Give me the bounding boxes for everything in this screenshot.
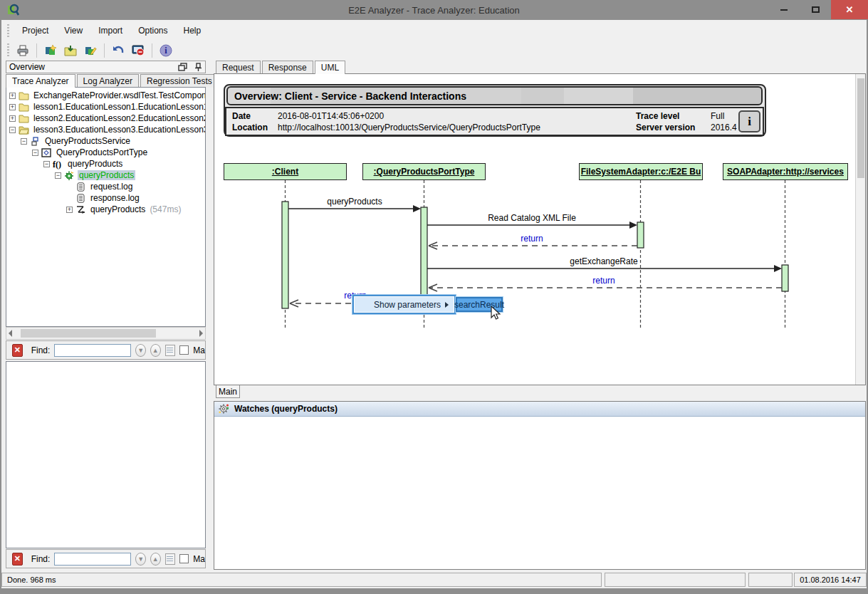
expand-icon[interactable]: + bbox=[9, 93, 16, 99]
menu-options[interactable]: Options bbox=[130, 22, 175, 39]
float-window-icon[interactable] bbox=[178, 63, 188, 71]
expand-icon[interactable]: + bbox=[66, 207, 73, 213]
find-next-icon[interactable]: ▼ bbox=[135, 344, 146, 357]
duration-badge: (547ms) bbox=[150, 204, 181, 214]
tree-row[interactable]: + lesson1.EducationLesson1.EducationLess… bbox=[6, 101, 205, 113]
match-case-checkbox[interactable] bbox=[179, 345, 189, 355]
menubar: Project View Import Options Help bbox=[1, 20, 867, 41]
collapse-icon[interactable]: − bbox=[9, 127, 16, 133]
menu-import[interactable]: Import bbox=[90, 22, 130, 39]
folder-icon bbox=[19, 91, 29, 100]
watches-title: Watches (queryProducts) bbox=[234, 404, 338, 414]
tree-horizontal-scrollbar[interactable] bbox=[6, 327, 206, 340]
close-find-icon[interactable]: ✕ bbox=[12, 553, 23, 566]
submenu-arrow-icon bbox=[445, 302, 449, 308]
tab-response[interactable]: Response bbox=[262, 61, 313, 74]
message-label[interactable]: queryProducts bbox=[327, 197, 382, 207]
lifeline-filesystemadapter[interactable]: FileSystemAdapter:c:/E2E Bu bbox=[579, 163, 703, 180]
expand-icon[interactable]: + bbox=[9, 115, 16, 122]
scrollbar-thumb[interactable] bbox=[857, 78, 864, 178]
close-find-icon[interactable]: ✕ bbox=[12, 344, 23, 357]
log-file-icon bbox=[75, 182, 86, 192]
message-label[interactable]: return bbox=[521, 234, 543, 244]
status-message: Done. 968 ms bbox=[1, 573, 602, 587]
find-previous-icon[interactable]: ▲ bbox=[150, 553, 161, 566]
toolbar: i bbox=[1, 41, 867, 60]
menu-project[interactable]: Project bbox=[14, 22, 56, 39]
find-options-icon[interactable] bbox=[165, 553, 176, 565]
screen-log-icon[interactable] bbox=[130, 43, 147, 58]
maximize-button[interactable] bbox=[800, 0, 831, 19]
tree-row[interactable]: − QueryProductsService bbox=[6, 135, 205, 147]
tree-row[interactable]: response.log bbox=[6, 192, 205, 204]
scroll-right-icon[interactable] bbox=[199, 330, 203, 337]
message-label[interactable]: Read Catalog XML File bbox=[488, 213, 576, 223]
porttype-icon bbox=[41, 148, 52, 157]
close-button[interactable]: ✕ bbox=[831, 0, 868, 19]
scroll-left-icon[interactable] bbox=[9, 330, 12, 337]
context-menu-show-parameters[interactable]: Show parameters bbox=[352, 295, 456, 314]
statusbar: Done. 968 ms 01.08.2016 14:47 bbox=[1, 572, 867, 588]
scrollbar-thumb[interactable] bbox=[21, 329, 156, 338]
menubar-gripper[interactable] bbox=[7, 24, 9, 37]
find-options-icon[interactable] bbox=[165, 345, 176, 356]
tree-row[interactable]: − lesson3.EducationLesson3.EducationLess… bbox=[6, 124, 205, 135]
watches-panel: Watches (queryProducts) bbox=[214, 401, 866, 570]
folder-icon bbox=[19, 103, 29, 112]
minimize-button[interactable] bbox=[768, 0, 800, 19]
uml-diagram-panel: Overview: Client - Service - Backend Int… bbox=[214, 73, 866, 385]
menu-view[interactable]: View bbox=[56, 22, 90, 39]
pin-icon[interactable] bbox=[194, 63, 202, 72]
collapse-icon[interactable]: − bbox=[32, 150, 38, 156]
find-input[interactable] bbox=[54, 553, 131, 566]
tree-row-selected[interactable]: − queryProducts bbox=[6, 170, 205, 181]
tree-row[interactable]: − f() queryProducts bbox=[6, 158, 205, 170]
overview-tabs: Trace Analyzer Log Analyzer Regression T… bbox=[6, 74, 220, 88]
document-tabs: Request Response UML bbox=[216, 61, 347, 74]
info-icon[interactable]: i bbox=[157, 43, 174, 58]
collapse-icon[interactable]: − bbox=[55, 172, 61, 179]
collapse-icon[interactable]: − bbox=[43, 161, 50, 167]
lifeline-queryproductsporttype[interactable]: :QueryProductsPortType bbox=[362, 163, 486, 180]
print-icon[interactable] bbox=[14, 43, 31, 58]
mouse-cursor-icon bbox=[489, 306, 501, 323]
match-case-label: Ma bbox=[193, 345, 205, 355]
undo-icon[interactable] bbox=[110, 43, 127, 58]
sequence-icon bbox=[75, 205, 86, 214]
sequence-diagram bbox=[214, 74, 855, 385]
find-previous-icon[interactable]: ▲ bbox=[150, 344, 161, 357]
trace-import-icon[interactable] bbox=[62, 43, 79, 58]
find-next-icon[interactable]: ▼ bbox=[135, 553, 146, 566]
toolbar-gripper[interactable] bbox=[7, 43, 9, 56]
context-menu-item-label[interactable]: Show parameters bbox=[354, 300, 445, 310]
lifeline-soapadapter[interactable]: SOAPAdapter:http://services bbox=[723, 163, 848, 180]
tab-main[interactable]: Main bbox=[216, 385, 240, 398]
find-bar-bottom: ✕ Find: ▼ ▲ Ma bbox=[6, 549, 206, 568]
tree-row[interactable]: + queryProducts (547ms) bbox=[6, 204, 205, 215]
message-label[interactable]: return bbox=[592, 276, 615, 286]
expand-icon[interactable]: + bbox=[9, 104, 16, 110]
tab-trace-analyzer[interactable]: Trace Analyzer bbox=[6, 74, 75, 88]
match-case-checkbox[interactable] bbox=[179, 554, 189, 563]
tab-regression-tests[interactable]: Regression Tests bbox=[140, 74, 219, 88]
secondary-panel bbox=[6, 361, 206, 548]
tree-row[interactable]: request.log bbox=[6, 181, 205, 192]
lifeline-client[interactable]: :Client bbox=[224, 163, 347, 180]
gear-icon bbox=[64, 171, 75, 180]
find-input[interactable] bbox=[54, 344, 131, 357]
collapse-icon[interactable]: − bbox=[21, 138, 27, 145]
uml-vertical-scrollbar[interactable] bbox=[855, 74, 865, 385]
tab-log-analyzer[interactable]: Log Analyzer bbox=[77, 74, 139, 88]
tab-uml[interactable]: UML bbox=[315, 61, 345, 74]
tree-row[interactable]: + lesson2.EducationLesson2.EducationLess… bbox=[6, 113, 205, 124]
message-label[interactable]: getExchangeRate bbox=[570, 256, 637, 266]
trace-tree: + ExchangeRateProvider.wsdlTest.TestComp… bbox=[6, 87, 206, 327]
tab-request[interactable]: Request bbox=[216, 61, 261, 74]
tree-row[interactable]: − QueryProductsPortType bbox=[6, 147, 205, 158]
match-case-label: Ma bbox=[193, 554, 205, 564]
menu-help[interactable]: Help bbox=[176, 22, 209, 39]
tree-row[interactable]: + ExchangeRateProvider.wsdlTest.TestComp… bbox=[6, 90, 205, 101]
trace-edit-icon[interactable] bbox=[82, 43, 99, 58]
trace-new-icon[interactable] bbox=[42, 43, 59, 58]
status-cell-empty bbox=[748, 573, 793, 587]
